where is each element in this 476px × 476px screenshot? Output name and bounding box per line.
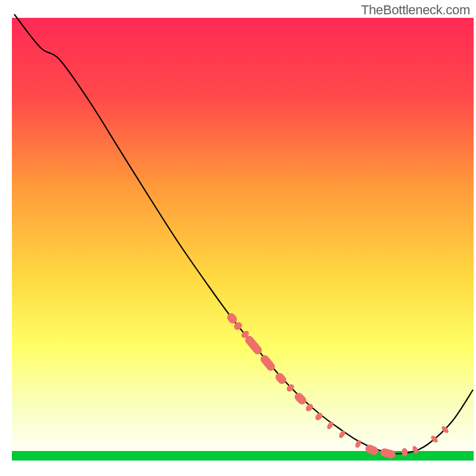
gradient-background bbox=[12, 18, 474, 461]
white-bottom-strip bbox=[12, 461, 474, 463]
chart-svg bbox=[0, 0, 476, 476]
attribution-label: TheBottleneck.com bbox=[361, 2, 470, 18]
chart-container: TheBottleneck.com bbox=[0, 0, 476, 476]
